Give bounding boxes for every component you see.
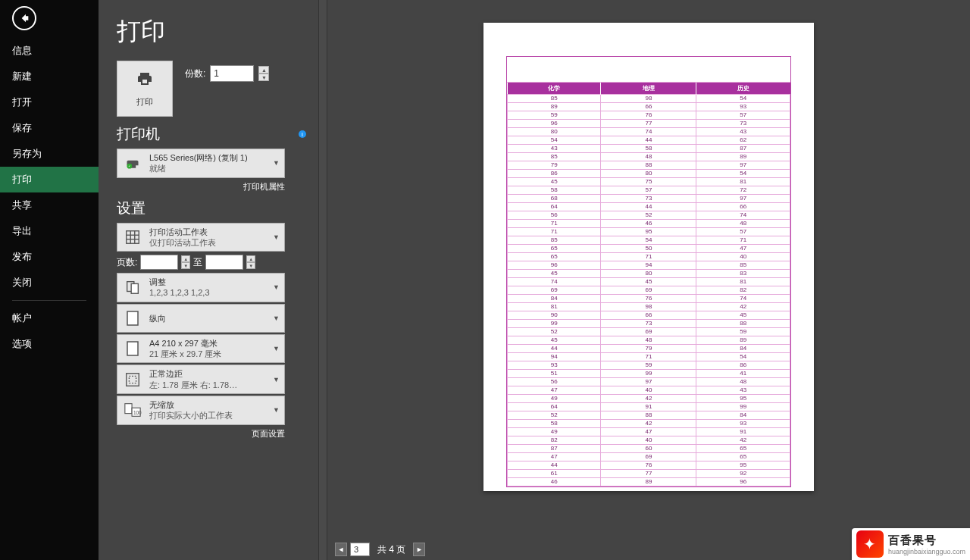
- paper-size-select[interactable]: A4 210 x 297 毫米 21 厘米 x 29.7 厘米 ▼: [117, 334, 285, 364]
- print-button[interactable]: 打印: [117, 61, 173, 117]
- svg-rect-12: [125, 404, 132, 414]
- svg-rect-9: [127, 342, 138, 355]
- table-row: 447695: [508, 461, 790, 470]
- preview-table: 化学地理历史 859854896693597657967773807443544…: [507, 83, 790, 486]
- svg-rect-8: [127, 311, 138, 325]
- print-area-select[interactable]: 打印活动工作表 仅打印活动工作表 ▼: [117, 223, 285, 252]
- table-row: 824042: [508, 436, 790, 445]
- svg-rect-1: [127, 231, 139, 244]
- svg-rect-7: [131, 284, 138, 294]
- sidebar-item[interactable]: 共享: [0, 192, 99, 218]
- svg-text:100: 100: [133, 411, 142, 416]
- prev-page-button[interactable]: ◄: [335, 543, 347, 556]
- table-header: 化学: [508, 83, 601, 95]
- chevron-down-icon: ▼: [273, 406, 280, 414]
- chevron-down-icon: ▼: [273, 159, 280, 167]
- table-row: 476965: [508, 453, 790, 461]
- page-from-input[interactable]: [140, 255, 178, 270]
- watermark-url: huangjinbaixiangguo.com: [888, 548, 965, 555]
- sidebar-item[interactable]: 打开: [0, 89, 99, 115]
- vertical-scrollbar[interactable]: [318, 0, 327, 560]
- printer-properties-link[interactable]: 打印机属性: [117, 181, 285, 192]
- table-row: 967773: [508, 120, 790, 128]
- table-row: 565274: [508, 211, 790, 220]
- table-row: 969485: [508, 261, 790, 270]
- table-row: 906645: [508, 311, 790, 320]
- table-row: 947154: [508, 353, 790, 361]
- table-row: 807443: [508, 128, 790, 136]
- printer-status: 就绪: [149, 163, 270, 174]
- table-row: 935986: [508, 361, 790, 370]
- table-row: 457581: [508, 178, 790, 186]
- total-pages-label: 共 4 页: [377, 543, 405, 556]
- table-row: 868054: [508, 170, 790, 178]
- page-to-input[interactable]: [205, 255, 243, 270]
- printer-icon: [134, 70, 155, 93]
- back-button[interactable]: [12, 6, 36, 30]
- worksheet-icon: [122, 227, 143, 248]
- sidebar-item[interactable]: 关闭: [0, 270, 99, 296]
- paper-size-icon: [122, 338, 143, 359]
- table-row: 526959: [508, 328, 790, 336]
- sidebar-item[interactable]: 打印: [0, 167, 99, 192]
- sidebar-item[interactable]: 信息: [0, 38, 99, 64]
- settings-section-title: 设置: [117, 199, 146, 218]
- preview-page: 化学地理历史 859854896693597657967773807443544…: [483, 23, 814, 491]
- page-to-spinner[interactable]: ▲▼: [246, 255, 255, 269]
- table-row: 719557: [508, 228, 790, 236]
- svg-rect-11: [129, 376, 136, 383]
- watermark-logo-icon: ✦: [856, 530, 884, 558]
- table-row: 657140: [508, 253, 790, 261]
- copies-input[interactable]: [210, 65, 254, 82]
- watermark-title: 百香果号: [888, 533, 965, 548]
- sidebar-item[interactable]: 帐户: [0, 305, 99, 331]
- table-row: 454889: [508, 336, 790, 345]
- scaling-select[interactable]: 100 无缩放 打印实际大小的工作表 ▼: [117, 396, 285, 425]
- sidebar-item[interactable]: 另存为: [0, 141, 99, 167]
- scaling-icon: 100: [122, 399, 143, 421]
- table-row: 859854: [508, 95, 790, 103]
- next-page-button[interactable]: ►: [413, 543, 425, 556]
- print-preview: 化学地理历史 859854896693597657967773807443544…: [327, 0, 970, 539]
- page-range-to-label: 至: [193, 256, 202, 269]
- table-row: 847674: [508, 295, 790, 303]
- table-row: 798897: [508, 161, 790, 170]
- sidebar-item[interactable]: 导出: [0, 218, 99, 244]
- chevron-down-icon: ▼: [273, 283, 280, 291]
- printer-select[interactable]: L565 Series(网络) (复制 1) 就绪 ▼: [117, 149, 285, 178]
- chevron-down-icon: ▼: [273, 233, 280, 241]
- table-row: 687397: [508, 195, 790, 203]
- margins-icon: [122, 369, 143, 390]
- page-from-spinner[interactable]: ▲▼: [181, 255, 190, 269]
- printer-info-icon[interactable]: i: [299, 130, 306, 138]
- nav-separator: [12, 300, 86, 301]
- table-row: 876065: [508, 445, 790, 453]
- table-row: 655047: [508, 245, 790, 253]
- table-row: 585772: [508, 186, 790, 195]
- table-row: 468996: [508, 478, 790, 486]
- table-row: 569748: [508, 378, 790, 386]
- collate-icon: [122, 277, 143, 298]
- current-page-input[interactable]: [350, 543, 370, 556]
- margins-select[interactable]: 正常边距 左: 1.78 厘米 右: 1.78… ▼: [117, 364, 285, 394]
- sidebar-item[interactable]: 新建: [0, 64, 99, 89]
- printer-name: L565 Series(网络) (复制 1): [149, 152, 270, 163]
- sidebar-item[interactable]: 发布: [0, 244, 99, 270]
- table-row: 584293: [508, 420, 790, 428]
- copies-spinner[interactable]: ▲▼: [258, 66, 269, 81]
- copies-label: 份数:: [185, 67, 205, 80]
- collate-select[interactable]: 调整 1,2,3 1,2,3 1,2,3 ▼: [117, 273, 285, 302]
- table-row: 997388: [508, 320, 790, 328]
- orientation-portrait-icon: [122, 308, 143, 329]
- table-row: 528884: [508, 411, 790, 420]
- sidebar-item[interactable]: 选项: [0, 331, 99, 357]
- table-row: 617792: [508, 470, 790, 478]
- orientation-select[interactable]: 纵向 ▼: [117, 304, 285, 333]
- table-row: 744581: [508, 278, 790, 286]
- table-row: 519941: [508, 370, 790, 378]
- print-button-label: 打印: [136, 96, 153, 108]
- page-setup-link[interactable]: 页面设置: [117, 428, 285, 440]
- chevron-down-icon: ▼: [273, 345, 280, 352]
- sidebar-item[interactable]: 保存: [0, 115, 99, 141]
- table-header: 历史: [696, 83, 790, 95]
